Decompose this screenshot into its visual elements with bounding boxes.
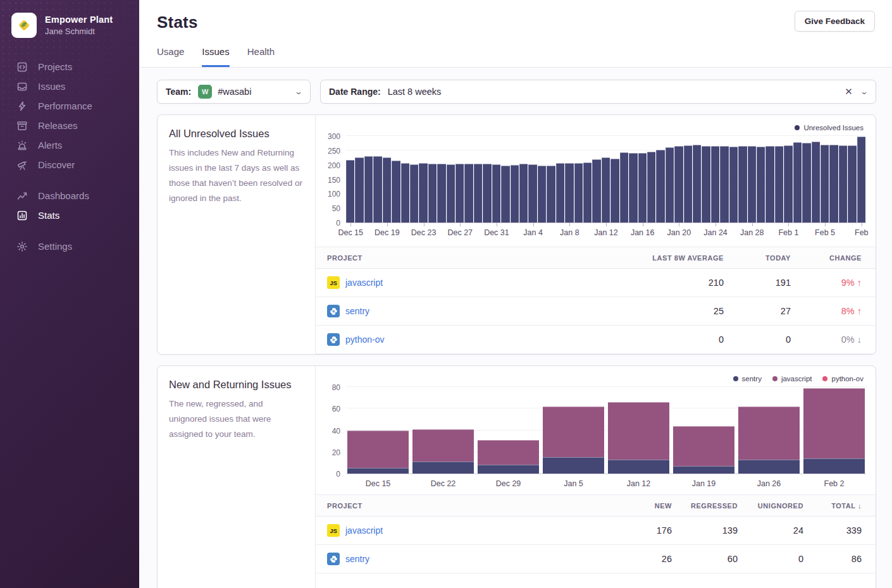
chart-bar[interactable] bbox=[483, 164, 491, 223]
chart-bar[interactable] bbox=[364, 156, 373, 223]
chart-bar[interactable] bbox=[373, 156, 381, 223]
chart-bar[interactable] bbox=[829, 145, 838, 223]
chart-bar[interactable] bbox=[638, 153, 647, 223]
sidebar-item-releases[interactable]: Releases bbox=[0, 116, 139, 135]
chart-bar[interactable] bbox=[711, 146, 719, 223]
new-returning-issues-chart[interactable]: 020406080Dec 15Dec 22Dec 29Jan 5Jan 12Ja… bbox=[316, 388, 866, 488]
team-select[interactable]: Team: W #wasabi ⌄ bbox=[157, 80, 311, 104]
stacked-bar-jan-5[interactable] bbox=[543, 407, 604, 474]
chart-bar[interactable] bbox=[738, 146, 746, 223]
chart-bar[interactable] bbox=[528, 164, 536, 223]
project-link[interactable]: javascript bbox=[345, 278, 383, 288]
column-header-unignored[interactable]: UNIGNORED bbox=[738, 502, 803, 510]
sidebar-item-issues[interactable]: Issues bbox=[0, 77, 139, 96]
chart-bar[interactable] bbox=[383, 157, 391, 223]
chart-bar[interactable] bbox=[784, 145, 792, 223]
project-link[interactable]: python-ov bbox=[345, 334, 384, 345]
column-header-new[interactable]: NEW bbox=[596, 502, 672, 510]
chart-bar[interactable] bbox=[848, 145, 856, 223]
chart-bar[interactable] bbox=[793, 142, 802, 223]
chart-bar[interactable] bbox=[684, 145, 692, 223]
chart-bar[interactable] bbox=[610, 159, 619, 223]
stacked-bar-jan-26[interactable] bbox=[738, 407, 800, 474]
tab-health[interactable]: Health bbox=[247, 46, 275, 67]
stacked-bar-dec-15[interactable] bbox=[347, 431, 409, 474]
chart-bar[interactable] bbox=[455, 164, 464, 223]
chart-bar[interactable] bbox=[802, 143, 810, 223]
chart-bar[interactable] bbox=[656, 150, 664, 223]
chart-bar[interactable] bbox=[492, 164, 500, 223]
sidebar-item-settings[interactable]: Settings bbox=[0, 236, 139, 256]
chart-bar[interactable] bbox=[629, 153, 637, 223]
chart-bar[interactable] bbox=[511, 165, 519, 223]
chart-bar[interactable] bbox=[857, 137, 865, 223]
column-header-project[interactable]: PROJECT bbox=[327, 254, 591, 262]
chart-bar[interactable] bbox=[437, 164, 445, 223]
give-feedback-button[interactable]: Give Feedback bbox=[795, 11, 875, 32]
bar-chart-plot[interactable] bbox=[346, 137, 866, 223]
column-header-today[interactable]: TODAY bbox=[724, 254, 791, 262]
sidebar-item-stats[interactable]: Stats bbox=[0, 205, 139, 225]
chart-bar[interactable] bbox=[501, 166, 509, 223]
chart-bar[interactable] bbox=[620, 152, 628, 223]
column-header-last-8w-average[interactable]: LAST 8W AVERAGE bbox=[591, 254, 724, 262]
unresolved-issues-chart[interactable]: 050100150200250300Dec 15Dec 19Dec 23Dec … bbox=[316, 137, 866, 240]
stacked-bar-feb-2[interactable] bbox=[803, 388, 865, 474]
chart-bar[interactable] bbox=[839, 145, 847, 223]
chart-bar[interactable] bbox=[729, 147, 738, 223]
sidebar-item-projects[interactable]: Projects bbox=[0, 57, 139, 77]
sidebar-item-dashboards[interactable]: Dashboards bbox=[0, 186, 139, 205]
chart-bar[interactable] bbox=[647, 152, 655, 223]
chart-bar[interactable] bbox=[346, 160, 354, 223]
chart-bar[interactable] bbox=[355, 157, 363, 223]
stacked-bar-plot[interactable] bbox=[346, 388, 866, 474]
chart-bar[interactable] bbox=[757, 147, 765, 223]
stacked-bar-jan-12[interactable] bbox=[608, 402, 669, 474]
column-header-change[interactable]: CHANGE bbox=[791, 254, 862, 262]
sidebar-item-discover[interactable]: Discover bbox=[0, 155, 139, 175]
chart-bar[interactable] bbox=[693, 145, 701, 223]
chart-bar[interactable] bbox=[702, 146, 710, 223]
column-header-project[interactable]: PROJECT bbox=[327, 502, 596, 510]
stacked-bar-dec-22[interactable] bbox=[412, 429, 474, 474]
org-switcher[interactable]: Empower Plant Jane Schmidt bbox=[0, 0, 139, 51]
stacked-bar-jan-19[interactable] bbox=[673, 426, 734, 474]
sidebar-item-performance[interactable]: Performance bbox=[0, 96, 139, 116]
stacked-bar-dec-29[interactable] bbox=[478, 440, 539, 474]
column-header-total[interactable]: TOTAL ↓ bbox=[803, 502, 862, 510]
chart-bar[interactable] bbox=[464, 164, 473, 223]
project-link[interactable]: javascript bbox=[345, 525, 383, 536]
chart-bar[interactable] bbox=[447, 164, 455, 223]
date-range-select[interactable]: Date Range: Last 8 weeks ✕ ⌄ bbox=[320, 80, 876, 104]
chart-bar[interactable] bbox=[565, 163, 573, 223]
chart-bar[interactable] bbox=[775, 146, 783, 223]
chart-bar[interactable] bbox=[666, 147, 674, 223]
chart-bar[interactable] bbox=[765, 146, 774, 223]
chart-bar[interactable] bbox=[674, 146, 683, 223]
chart-bar[interactable] bbox=[812, 142, 820, 223]
chart-bar[interactable] bbox=[821, 145, 829, 223]
chart-bar[interactable] bbox=[748, 146, 756, 223]
sidebar-item-alerts[interactable]: Alerts bbox=[0, 135, 139, 155]
chart-bar[interactable] bbox=[392, 161, 400, 223]
tab-usage[interactable]: Usage bbox=[157, 46, 184, 67]
chart-bar[interactable] bbox=[428, 164, 437, 223]
project-link[interactable]: sentry bbox=[345, 306, 369, 316]
chart-bar[interactable] bbox=[474, 164, 482, 223]
chart-bar[interactable] bbox=[556, 163, 564, 223]
chart-bar[interactable] bbox=[602, 157, 610, 223]
chart-bar[interactable] bbox=[401, 163, 409, 223]
chart-bar[interactable] bbox=[547, 166, 555, 223]
chart-bar[interactable] bbox=[592, 159, 600, 223]
chart-bar[interactable] bbox=[538, 166, 546, 223]
tab-issues[interactable]: Issues bbox=[202, 46, 229, 67]
column-header-regressed[interactable]: REGRESSED bbox=[672, 502, 738, 510]
chart-bar[interactable] bbox=[720, 146, 728, 223]
chart-bar[interactable] bbox=[583, 162, 592, 223]
chart-bar[interactable] bbox=[519, 164, 528, 223]
chart-bar[interactable] bbox=[410, 164, 418, 223]
chart-bar[interactable] bbox=[574, 163, 583, 223]
project-link[interactable]: sentry bbox=[345, 554, 369, 564]
clear-date-icon[interactable]: ✕ bbox=[845, 86, 853, 97]
chart-bar[interactable] bbox=[419, 163, 427, 223]
